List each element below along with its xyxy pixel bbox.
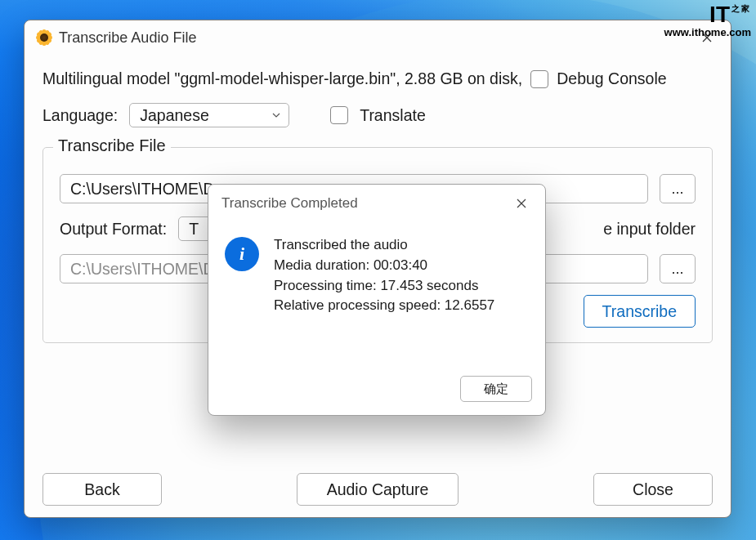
- model-info: Multilingual model "ggml-model-whisper-l…: [42, 69, 522, 88]
- watermark-logo: IT: [709, 2, 730, 27]
- dialog-line4: Relative processing speed: 12.6557: [274, 296, 494, 316]
- output-path-value: C:\Users\ITHOME\D: [70, 260, 215, 279]
- dialog-line2: Media duration: 00:03:40: [274, 256, 494, 276]
- watermark-url: www.ithome.com: [664, 27, 751, 38]
- dialog-titlebar[interactable]: Transcribe Completed: [208, 185, 545, 222]
- app-icon: [36, 29, 52, 46]
- completion-dialog: Transcribe Completed i Transcribed the a…: [208, 184, 546, 416]
- language-value: Japanese: [140, 106, 209, 125]
- translate-label: Translate: [360, 106, 426, 125]
- browse-input-button[interactable]: ...: [660, 174, 696, 203]
- output-format-value: T: [189, 220, 199, 239]
- info-icon: i: [225, 237, 259, 271]
- language-label: Language:: [42, 106, 118, 125]
- input-file-value: C:\Users\ITHOME\D: [70, 180, 215, 199]
- dialog-title: Transcribe Completed: [221, 195, 358, 212]
- transcribe-button[interactable]: Transcribe: [584, 295, 696, 328]
- dialog-line1: Transcribed the audio: [274, 235, 494, 256]
- close-button[interactable]: Close: [593, 473, 713, 506]
- watermark-cn: 之家: [731, 3, 751, 13]
- dialog-ok-button[interactable]: 确定: [460, 376, 532, 402]
- group-legend: Transcribe File: [53, 136, 171, 155]
- window-title: Transcribe Audio File: [59, 29, 196, 47]
- back-button[interactable]: Back: [42, 473, 162, 506]
- browse-output-button[interactable]: ...: [660, 254, 696, 283]
- translate-checkbox[interactable]: [330, 106, 348, 124]
- dialog-close-button[interactable]: [504, 191, 539, 216]
- language-select[interactable]: Japanese: [129, 103, 289, 127]
- close-icon: [517, 199, 526, 208]
- ellipsis-icon: ...: [671, 261, 683, 278]
- audio-capture-button[interactable]: Audio Capture: [297, 473, 459, 506]
- dialog-message: Transcribed the audio Media duration: 00…: [274, 235, 494, 316]
- chevron-down-icon: [271, 110, 281, 120]
- dialog-line3: Processing time: 17.453 seconds: [274, 276, 494, 297]
- debug-console-label: Debug Console: [557, 69, 666, 88]
- titlebar[interactable]: Transcribe Audio File: [25, 20, 731, 55]
- output-format-label: Output Format:: [60, 220, 167, 239]
- watermark: IT之家 www.ithome.com: [664, 3, 751, 38]
- debug-console-checkbox[interactable]: [530, 70, 548, 88]
- ellipsis-icon: ...: [671, 181, 683, 198]
- place-in-label: e input folder: [603, 220, 696, 239]
